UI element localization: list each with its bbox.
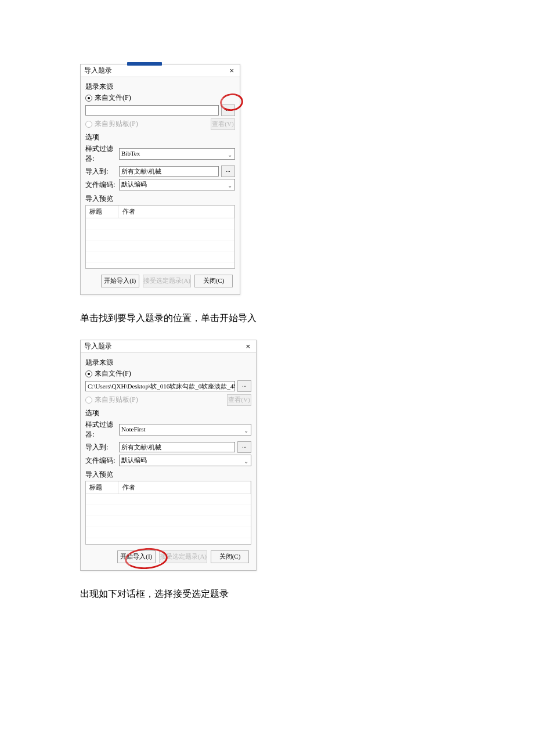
encoding-label: 文件编码:: [85, 180, 117, 190]
encoding-value: 默认编码: [121, 181, 147, 188]
from-file-label: 来自文件(F): [95, 93, 131, 103]
preview-table: 标题 作者: [85, 205, 235, 269]
filter-label: 样式过滤器:: [85, 144, 117, 164]
encoding-select[interactable]: 默认编码 ⌄: [119, 179, 235, 190]
filter-select[interactable]: BibTex ⌄: [119, 148, 235, 160]
filter-select[interactable]: NoteFirst ⌄: [119, 424, 251, 435]
preview-table: 标题 作者: [85, 481, 251, 545]
col-title: 标题: [86, 206, 119, 218]
caption-1: 单击找到要导入题录的位置，单击开始导入: [80, 312, 454, 325]
close-dialog-button[interactable]: 关闭(C): [211, 550, 249, 563]
title-bar-fragment: [127, 62, 162, 66]
options-section-label: 选项: [85, 408, 251, 418]
from-file-radio[interactable]: [85, 370, 92, 377]
import-to-label: 导入到:: [85, 167, 117, 177]
close-button[interactable]: ×: [243, 341, 252, 351]
import-to-input[interactable]: 所有文献\机械: [119, 166, 219, 177]
table-header: 标题 作者: [86, 481, 251, 494]
encoding-select[interactable]: 默认编码 ⌄: [119, 455, 251, 466]
import-to-browse-button[interactable]: ...: [237, 441, 251, 453]
chevron-down-icon: ⌄: [244, 457, 248, 466]
options-section-label: 选项: [85, 132, 235, 142]
table-body: [86, 494, 251, 544]
start-import-button[interactable]: 开始导入(I): [117, 550, 156, 563]
preview-label: 导入预览: [85, 194, 235, 204]
preview-label: 导入预览: [85, 470, 251, 480]
accept-selected-button: 接受选定题录(A): [143, 275, 191, 287]
filter-value: NoteFirst: [121, 426, 146, 433]
from-clipboard-radio: [85, 397, 92, 404]
from-clipboard-label: 来自剪贴板(P): [95, 395, 138, 405]
title-bar: 导入题录 ×: [81, 64, 240, 77]
import-to-browse-button[interactable]: ...: [221, 165, 235, 177]
chevron-down-icon: ⌄: [244, 426, 248, 435]
from-file-radio-row[interactable]: 来自文件(F): [85, 369, 251, 379]
file-path-input[interactable]: [85, 105, 219, 116]
col-author: 作者: [119, 206, 234, 218]
view-button: 查看(V): [227, 394, 251, 406]
from-clipboard-radio-row: 来自剪贴板(P): [85, 395, 138, 405]
source-section-label: 题录来源: [85, 82, 235, 92]
import-dialog-2: 导入题录 × 题录来源 来自文件(F) C:\Users\QXH\Desktop…: [80, 340, 257, 571]
table-header: 标题 作者: [86, 206, 234, 218]
view-button: 查看(V): [211, 118, 235, 130]
col-title: 标题: [86, 481, 119, 494]
filter-label: 样式过滤器:: [85, 420, 117, 440]
browse-button[interactable]: ...: [221, 105, 235, 116]
import-to-label: 导入到:: [85, 442, 117, 452]
chevron-down-icon: ⌄: [228, 150, 232, 160]
dialog-title: 导入题录: [84, 341, 112, 351]
import-dialog-1: 导入题录 × 题录来源 来自文件(F) ... 来自剪贴板(P) 查看(V) 选…: [80, 64, 240, 295]
filter-value: BibTex: [121, 150, 140, 157]
from-file-radio[interactable]: [85, 95, 92, 102]
close-button[interactable]: ×: [227, 66, 236, 75]
file-path-input[interactable]: C:\Users\QXH\Desktop\软_016软床勾款_0软座淡款_4软座…: [85, 381, 235, 391]
start-import-button[interactable]: 开始导入(I): [101, 275, 139, 287]
encoding-value: 默认编码: [121, 456, 147, 463]
encoding-label: 文件编码:: [85, 456, 117, 466]
import-to-input[interactable]: 所有文献\机械: [119, 442, 235, 452]
button-bar: 开始导入(I) 接受选定题录(A) 关闭(C): [85, 269, 235, 290]
caption-2: 出现如下对话框，选择接受选定题录: [80, 588, 454, 600]
from-file-radio-row[interactable]: 来自文件(F): [85, 93, 235, 103]
browse-button[interactable]: ...: [237, 380, 251, 392]
title-bar: 导入题录 ×: [81, 340, 256, 352]
chevron-down-icon: ⌄: [228, 181, 232, 190]
from-clipboard-radio-row: 来自剪贴板(P): [85, 119, 138, 129]
source-section-label: 题录来源: [85, 358, 251, 368]
col-author: 作者: [119, 481, 251, 494]
dialog-title: 导入题录: [84, 66, 112, 75]
from-file-label: 来自文件(F): [95, 369, 131, 379]
accept-selected-button: 接受选定题录(A): [159, 550, 207, 563]
close-dialog-button[interactable]: 关闭(C): [194, 275, 233, 287]
from-clipboard-label: 来自剪贴板(P): [95, 119, 138, 129]
table-body: [86, 218, 234, 268]
button-bar: 开始导入(I) 接受选定题录(A) 关闭(C): [85, 545, 251, 566]
from-clipboard-radio: [85, 121, 92, 128]
